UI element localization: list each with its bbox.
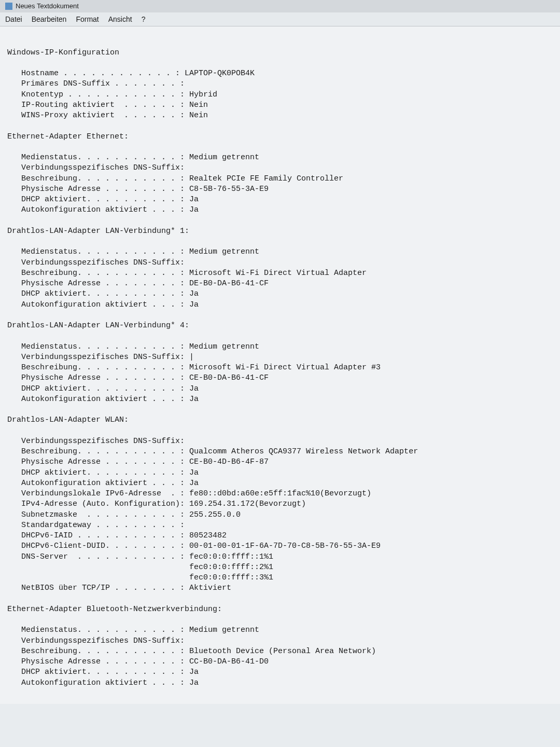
menu-edit[interactable]: Bearbeiten bbox=[32, 15, 67, 24]
text-content[interactable]: Windows-IP-Konfiguration Hostname . . . … bbox=[0, 26, 560, 704]
menu-file[interactable]: Datei bbox=[5, 15, 22, 24]
menu-view[interactable]: Ansicht bbox=[108, 15, 132, 24]
menu-help[interactable]: ? bbox=[142, 15, 146, 24]
menu-format[interactable]: Format bbox=[76, 15, 99, 24]
notepad-icon bbox=[5, 3, 12, 10]
window-title: Neues Textdokument bbox=[16, 2, 79, 11]
menubar: Datei Bearbeiten Format Ansicht ? bbox=[0, 12, 560, 27]
titlebar: Neues Textdokument bbox=[0, 0, 560, 12]
